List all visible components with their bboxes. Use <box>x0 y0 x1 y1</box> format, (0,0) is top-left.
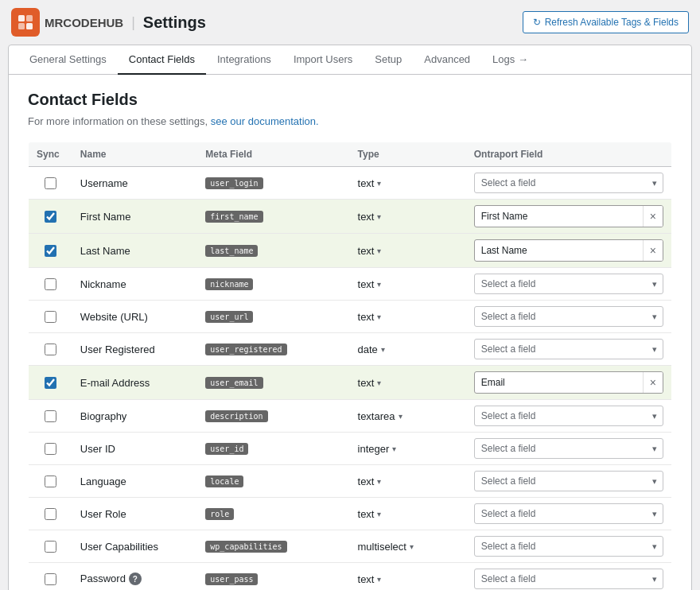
tab-logs[interactable]: Logs → <box>481 45 539 75</box>
field-select[interactable]: Select a field <box>474 471 663 491</box>
type-dropdown-icon[interactable]: ▾ <box>377 477 381 486</box>
type-cell: text▾ <box>350 498 466 530</box>
type-text: text <box>358 475 375 487</box>
field-name: Website (URL) <box>72 301 197 333</box>
ontraport-field-cell: First Name× <box>466 200 672 234</box>
sync-checkbox[interactable] <box>45 443 56 455</box>
svg-rect-2 <box>18 23 25 29</box>
field-select[interactable]: Select a field <box>474 339 663 359</box>
field-select[interactable]: Select a field <box>474 306 663 327</box>
sync-checkbox[interactable] <box>45 541 56 553</box>
sync-checkbox[interactable] <box>45 245 56 257</box>
sync-checkbox[interactable] <box>45 410 56 422</box>
docs-link[interactable]: see our documentation. <box>211 115 319 127</box>
table-row: User Roleroletext▾Select a field <box>29 498 672 530</box>
type-dropdown-icon[interactable]: ▾ <box>377 510 381 518</box>
meta-field-cell: user_email <box>197 366 349 400</box>
tab-import-users[interactable]: Import Users <box>282 45 364 75</box>
th-ontraport-field: Ontraport Field <box>466 142 672 167</box>
type-text: textarea <box>358 410 395 422</box>
sync-checkbox[interactable] <box>45 344 56 355</box>
type-dropdown-icon[interactable]: ▾ <box>377 312 381 321</box>
field-name: Biography <box>72 400 197 433</box>
meta-badge: first_name <box>205 211 262 223</box>
meta-badge: nickname <box>205 278 253 290</box>
field-name: Nickname <box>72 268 197 301</box>
type-dropdown-icon[interactable]: ▾ <box>377 179 381 188</box>
type-text: text <box>358 377 375 389</box>
type-dropdown-icon[interactable]: ▾ <box>399 412 402 421</box>
table-row: Biographydescriptiontextarea▾Select a fi… <box>29 400 672 433</box>
type-dropdown-icon[interactable]: ▾ <box>410 542 414 551</box>
type-text: text <box>358 245 375 257</box>
field-select[interactable]: Select a field <box>474 274 663 294</box>
tab-integrations[interactable]: Integrations <box>206 45 282 75</box>
ontraport-field-cell: Select a field <box>466 301 672 333</box>
type-cell: textarea▾ <box>350 400 466 433</box>
field-select[interactable]: Select a field <box>474 569 663 589</box>
type-cell: text▾ <box>350 563 466 591</box>
sync-checkbox[interactable] <box>45 278 56 290</box>
table-row: E-mail Addressuser_emailtext▾Email× <box>29 366 672 400</box>
field-select[interactable]: Select a field <box>474 438 663 459</box>
type-text: text <box>358 177 375 189</box>
meta-field-cell: user_pass <box>197 563 349 591</box>
meta-field-cell: user_id <box>197 433 349 465</box>
field-name: Last Name <box>72 234 197 268</box>
field-clear-button[interactable]: × <box>643 372 663 393</box>
sync-checkbox[interactable] <box>45 311 56 323</box>
tab-contact-fields[interactable]: Contact Fields <box>118 45 206 75</box>
sync-checkbox[interactable] <box>45 177 56 189</box>
tab-setup[interactable]: Setup <box>364 45 413 75</box>
sync-checkbox[interactable] <box>45 211 56 223</box>
field-select[interactable]: Select a field <box>474 503 663 524</box>
field-name: E-mail Address <box>72 366 197 400</box>
table-row: Last Namelast_nametext▾Last Name× <box>29 234 672 268</box>
table-row: User Registereduser_registereddate▾Selec… <box>29 333 672 366</box>
meta-badge: user_email <box>205 377 262 389</box>
refresh-icon: ↻ <box>533 17 541 28</box>
field-select[interactable]: Select a field <box>474 173 663 193</box>
field-clear-button[interactable]: × <box>643 206 663 227</box>
sync-checkbox[interactable] <box>45 475 56 487</box>
meta-badge: wp_capabilities <box>205 541 286 553</box>
meta-field-cell: last_name <box>197 234 349 268</box>
type-dropdown-icon[interactable]: ▾ <box>392 444 396 453</box>
sync-checkbox-cell <box>37 177 64 189</box>
type-cell: integer▾ <box>350 433 466 465</box>
meta-field-cell: wp_capabilities <box>197 530 349 563</box>
content-area: Contact Fields For more information on t… <box>9 75 691 590</box>
sync-checkbox[interactable] <box>45 508 56 520</box>
field-name: Password? <box>72 563 197 591</box>
type-dropdown-icon[interactable]: ▾ <box>377 378 381 387</box>
field-name: User Capabilities <box>72 530 197 563</box>
header-left: MRCODEHUB | Settings <box>11 8 206 37</box>
type-dropdown-icon[interactable]: ▾ <box>381 345 385 354</box>
type-dropdown-icon[interactable]: ▾ <box>377 280 381 289</box>
sync-checkbox[interactable] <box>45 573 56 585</box>
tab-advanced[interactable]: Advanced <box>413 45 481 75</box>
svg-rect-3 <box>26 23 33 29</box>
tab-general[interactable]: General Settings <box>18 45 118 75</box>
sync-checkbox[interactable] <box>45 377 56 389</box>
sync-checkbox-cell <box>37 541 64 553</box>
svg-rect-0 <box>18 15 25 21</box>
field-name: Language <box>72 465 197 498</box>
field-selected-value: Last Name <box>475 241 643 260</box>
field-select[interactable]: Select a field <box>474 406 663 426</box>
type-dropdown-icon[interactable]: ▾ <box>377 246 381 255</box>
th-name: Name <box>72 142 197 167</box>
type-dropdown-icon[interactable]: ▾ <box>377 212 381 221</box>
header-separator: | <box>131 14 135 31</box>
field-name: First Name <box>72 200 197 234</box>
sync-checkbox-cell <box>37 245 64 257</box>
type-dropdown-icon[interactable]: ▾ <box>377 575 381 584</box>
help-icon[interactable]: ? <box>129 573 142 585</box>
field-clear-button[interactable]: × <box>643 240 663 261</box>
table-row: Usernameuser_logintext▾Select a field <box>29 167 672 200</box>
field-select[interactable]: Select a field <box>474 536 663 557</box>
type-text: text <box>358 278 375 290</box>
refresh-button[interactable]: ↻ Refresh Available Tags & Fields <box>523 11 689 33</box>
field-selected-value: Email <box>475 373 643 392</box>
sync-checkbox-cell <box>37 344 64 355</box>
